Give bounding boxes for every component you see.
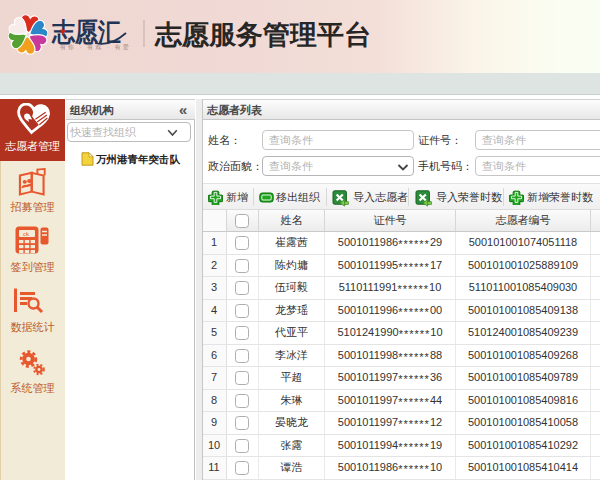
svg-text:ck: ck <box>23 231 30 237</box>
